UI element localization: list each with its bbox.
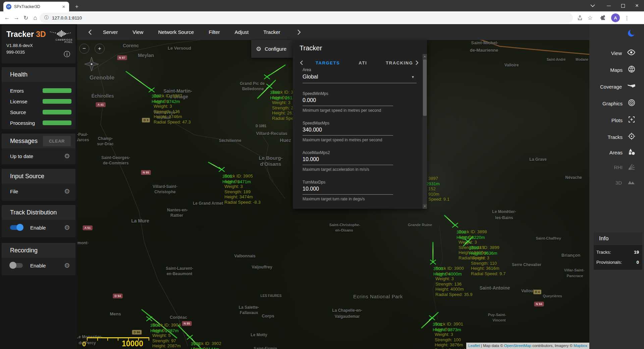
field-input[interactable]: 10.000 — [303, 185, 393, 195]
browser-tabstrip: CP SPxTracker3D × + × — [0, 0, 644, 11]
share-icon[interactable] — [576, 11, 584, 24]
zoom-in-button[interactable]: + — [95, 44, 105, 54]
coverage-label: Coverage — [600, 84, 622, 90]
map-place-label: Rattier — [170, 213, 183, 218]
sidebar-item-areas[interactable]: Areas — [589, 147, 644, 158]
forward-icon[interactable]: → — [12, 11, 21, 24]
track-marker-icon[interactable] — [266, 83, 273, 90]
field-input[interactable]: 10.000 — [303, 155, 393, 165]
track-marker-icon[interactable] — [146, 315, 153, 322]
tabs-right-chevron-icon[interactable] — [416, 60, 418, 65]
sidebar-item-tracks[interactable]: Tracks — [589, 132, 644, 142]
map-place-label: Saint-Michel- — [471, 40, 498, 45]
about-info-icon[interactable]: ⓘ — [64, 50, 70, 59]
tab-ati[interactable]: ATI — [359, 60, 367, 65]
osm-link[interactable]: OpenStreetMap — [504, 344, 531, 348]
url-field[interactable]: ⓘ 127.0.0.1:8110 — [40, 13, 573, 23]
menubar-right-chevron-icon[interactable] — [298, 30, 301, 35]
field-input[interactable]: 340.000 — [303, 126, 393, 136]
mapbox-link[interactable]: Mapbox — [574, 344, 587, 348]
field-name: SpeedMinMps — [303, 91, 417, 96]
track-marker-icon[interactable] — [218, 166, 225, 173]
home-icon[interactable]: ⌂ — [31, 11, 40, 24]
profile-avatar[interactable]: A — [611, 13, 620, 22]
track-marker-icon[interactable] — [464, 238, 472, 245]
dropdown-caret-icon: ▼ — [411, 75, 415, 79]
window-maximize-button[interactable] — [616, 0, 630, 11]
plots-label: Plots — [611, 117, 623, 123]
dark-mode-moon-icon[interactable] — [627, 29, 636, 38]
reload-icon[interactable]: ↻ — [21, 11, 30, 24]
browser-menu-kebab-icon[interactable]: ⋮ — [623, 11, 631, 24]
tabs-left-chevron-icon[interactable] — [300, 60, 303, 65]
track-distribution-panel: Track Distribution Enable ⚙ — [2, 205, 75, 237]
scale-min-label: 0 m — [82, 340, 88, 349]
scrollbar-thumb[interactable] — [423, 59, 427, 116]
sidebar-item-view[interactable]: View — [589, 48, 644, 58]
field-help: Minimum target speed in metres per secon… — [303, 108, 403, 113]
track-marker-icon[interactable] — [428, 314, 436, 321]
track-distribution-toggle[interactable] — [10, 225, 23, 230]
menubar-item[interactable]: Filter — [209, 29, 220, 35]
map-place-label: Saint-Christophe- — [329, 223, 360, 227]
health-row: License — [2, 96, 75, 107]
back-icon[interactable]: ← — [3, 11, 11, 24]
track-distribution-gear-icon[interactable]: ⚙ — [64, 223, 70, 232]
tab-close-icon[interactable]: × — [61, 4, 66, 9]
new-tab-button[interactable]: + — [72, 2, 81, 11]
track-marker-icon[interactable] — [451, 221, 459, 229]
sidebar-item-3d[interactable]: 3D — [589, 177, 644, 188]
menubar-left-chevron-icon[interactable] — [89, 30, 92, 35]
recording-gear-icon[interactable]: ⚙ — [64, 261, 70, 269]
track-marker-icon[interactable] — [429, 258, 437, 266]
field-input[interactable]: 0.000 — [303, 96, 393, 106]
menubar-item[interactable]: Adjust — [235, 29, 249, 35]
tab-targets[interactable]: TARGETS — [316, 60, 340, 65]
menubar-item[interactable]: Tracker — [263, 29, 280, 35]
scroll-down-icon[interactable]: ▼ — [423, 204, 427, 209]
menubar-item[interactable]: Network Source — [158, 29, 194, 35]
info-panel: Info Tracks:19 Provisionals:0 — [594, 232, 642, 270]
scroll-up-icon[interactable]: ▲ — [423, 54, 427, 59]
browser-tab[interactable]: CP SPxTracker3D × — [3, 2, 69, 11]
sidebar-item-maps[interactable]: Maps — [589, 64, 644, 75]
sidebar-item-coverage[interactable]: Coverage — [589, 81, 644, 92]
zoom-out-button[interactable]: − — [79, 44, 89, 54]
leaflet-link[interactable]: Leaflet — [468, 344, 480, 348]
map-road-badge: D 66 — [132, 330, 142, 335]
track-label-green: 3902Height: 2144m — [191, 341, 219, 349]
input-source-gear-icon[interactable]: ⚙ — [64, 187, 70, 195]
sidebar-item-graphics[interactable]: Graphics — [589, 98, 644, 109]
site-info-icon[interactable]: ⓘ — [44, 15, 49, 21]
health-row: Source — [2, 107, 75, 117]
health-status-bar — [43, 120, 71, 125]
bookmark-star-icon[interactable]: ☆ — [586, 11, 594, 24]
app-window: CP SPxTracker3D × + × ← → ↻ ⌂ ⓘ 127.0.0.… — [0, 0, 644, 349]
map-attribution: Leaflet | Map data © OpenStreetMap contr… — [466, 343, 589, 349]
map-place-label: Modane — [576, 58, 588, 61]
branding-card: Tracker 3D CAMBRIDGE PIXEL V1.88.6-devX … — [2, 25, 75, 63]
messages-gear-icon[interactable]: ⚙ — [64, 152, 70, 160]
recording-toggle[interactable] — [10, 263, 23, 268]
menubar-item[interactable]: View — [132, 29, 143, 35]
map-place-label: Vincent — [492, 318, 506, 322]
clear-messages-button[interactable]: CLEAR — [43, 136, 71, 146]
tab-tracking[interactable]: TRACKING — [386, 60, 413, 65]
configure-menu-item[interactable]: ⚙ Configure — [251, 40, 294, 58]
extensions-puzzle-icon[interactable] — [598, 11, 607, 24]
url-text[interactable]: 127.0.0.1:8110 — [52, 15, 82, 20]
track-marker-icon[interactable] — [148, 86, 155, 94]
sidebar-item-rhi[interactable]: RHI — [589, 162, 644, 172]
compass-rose-icon[interactable] — [84, 56, 99, 73]
window-minimize-button[interactable] — [602, 0, 616, 11]
window-close-button[interactable]: × — [630, 0, 644, 11]
track-marker-icon[interactable] — [263, 73, 271, 81]
map-road-badge: D 94 — [113, 294, 122, 298]
rhi-angle-icon — [628, 162, 636, 172]
menubar-item[interactable]: Server — [103, 29, 118, 35]
map-place-label: de-Commiers — [103, 161, 129, 165]
track-marker-icon[interactable] — [186, 334, 194, 341]
window-chevron-icon[interactable] — [586, 0, 600, 11]
sidebar-item-plots[interactable]: Plots — [589, 115, 644, 126]
area-select[interactable]: Global ▼ — [303, 72, 417, 83]
